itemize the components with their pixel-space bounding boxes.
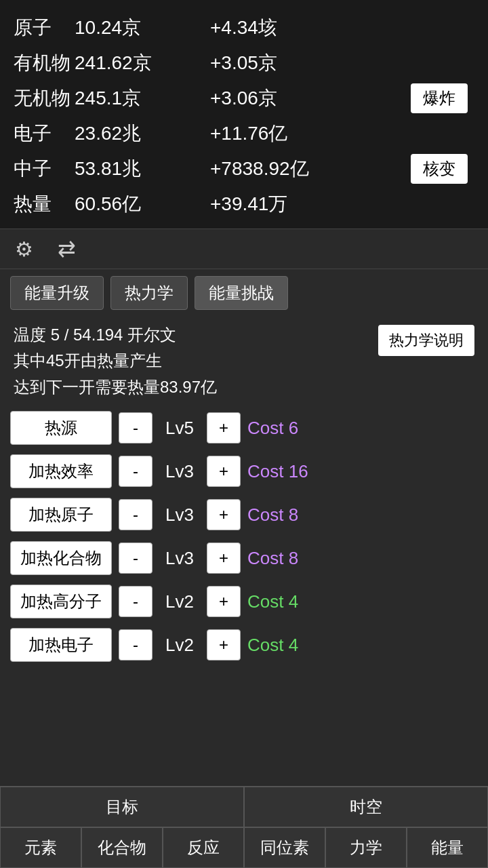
bottom-nav-button-时空[interactable]: 时空 — [244, 787, 488, 827]
upgrade-name-button[interactable]: 加热化合物 — [10, 541, 112, 575]
bottom-nav-button-目标[interactable]: 目标 — [0, 787, 244, 827]
upgrade-plus-button[interactable]: + — [207, 456, 241, 487]
upgrade-level: Lv3 — [159, 505, 200, 526]
stat-rate: +39.41万 — [210, 191, 346, 217]
upgrade-name-button[interactable]: 加热原子 — [10, 498, 112, 532]
upgrade-row-5: 加热电子-Lv2+Cost 4 — [10, 627, 478, 663]
upgrade-cost: Cost 8 — [247, 505, 342, 526]
stat-value: 60.56亿 — [75, 191, 210, 217]
toolbar: ⚙ ⇄ — [0, 229, 488, 269]
upgrade-minus-button[interactable]: - — [119, 542, 152, 574]
stat-name: 电子 — [14, 121, 75, 146]
info-line1: 温度 5 / 54.194 开尔文 — [14, 322, 217, 348]
upgrade-row-1: 加热效率-Lv3+Cost 16 — [10, 453, 478, 490]
stat-value: 53.81兆 — [75, 156, 210, 182]
stat-name: 热量 — [14, 191, 75, 217]
shuffle-icon[interactable]: ⇄ — [58, 236, 76, 262]
bottom-nav-row2: 元素化合物反应同位素力学能量 — [0, 827, 488, 868]
stat-rate: +7838.92亿 — [210, 156, 346, 182]
stat-row: 中子53.81兆+7838.92亿核变 — [14, 151, 474, 186]
bottom-nav-button-同位素[interactable]: 同位素 — [244, 827, 325, 868]
stat-name: 原子 — [14, 15, 75, 41]
stat-row: 热量60.56亿+39.41万 — [14, 186, 474, 222]
stat-rate: +3.05京 — [210, 50, 346, 76]
upgrade-cost: Cost 6 — [247, 418, 342, 439]
bottom-nav: 目标时空 元素化合物反应同位素力学能量 — [0, 786, 488, 868]
stat-name: 有机物 — [14, 50, 75, 76]
explain-button[interactable]: 热力学说明 — [378, 325, 474, 356]
stat-action-button[interactable]: 核变 — [411, 154, 468, 184]
tab-button-0[interactable]: 能量升级 — [10, 276, 104, 310]
bottom-nav-button-反应[interactable]: 反应 — [163, 827, 244, 868]
upgrade-name-button[interactable]: 加热效率 — [10, 454, 112, 488]
upgrade-level: Lv5 — [159, 418, 200, 439]
upgrade-plus-button[interactable]: + — [207, 629, 241, 660]
upgrade-name-button[interactable]: 加热高分子 — [10, 585, 112, 618]
stat-action-button[interactable]: 爆炸 — [411, 83, 468, 113]
info-line3: 达到下一开需要热量83.97亿 — [14, 374, 217, 400]
upgrade-minus-button[interactable]: - — [119, 629, 152, 660]
stat-rate: +11.76亿 — [210, 121, 346, 146]
upgrades-area: 热源-Lv5+Cost 6加热效率-Lv3+Cost 16加热原子-Lv3+Co… — [0, 406, 488, 667]
stat-name: 无机物 — [14, 85, 75, 111]
upgrade-plus-button[interactable]: + — [207, 542, 241, 574]
stat-value: 241.62京 — [75, 50, 210, 76]
upgrade-level: Lv3 — [159, 548, 200, 569]
upgrade-cost: Cost 16 — [247, 461, 342, 482]
stat-rate: +3.06京 — [210, 85, 346, 111]
info-area: 温度 5 / 54.194 开尔文 其中45开由热量产生 达到下一开需要热量83… — [0, 317, 488, 406]
stat-row: 有机物241.62京+3.05京 — [14, 45, 474, 81]
info-line2: 其中45开由热量产生 — [14, 348, 217, 374]
stat-value: 245.1京 — [75, 85, 210, 111]
upgrade-row-3: 加热化合物-Lv3+Cost 8 — [10, 540, 478, 576]
upgrade-minus-button[interactable]: - — [119, 499, 152, 530]
tab-button-2[interactable]: 能量挑战 — [195, 276, 288, 310]
stats-area: 原子10.24京+4.34垓有机物241.62京+3.05京无机物245.1京+… — [0, 0, 488, 229]
bottom-nav-button-化合物[interactable]: 化合物 — [81, 827, 163, 868]
upgrade-minus-button[interactable]: - — [119, 412, 152, 443]
upgrade-plus-button[interactable]: + — [207, 499, 241, 530]
bottom-nav-button-能量[interactable]: 能量 — [407, 827, 488, 868]
tabs-row: 能量升级热力学能量挑战 — [0, 269, 488, 317]
upgrade-name-button[interactable]: 热源 — [10, 411, 112, 445]
stat-value: 23.62兆 — [75, 121, 210, 146]
stat-value: 10.24京 — [75, 15, 210, 41]
upgrade-cost: Cost 4 — [247, 635, 342, 656]
stat-rate: +4.34垓 — [210, 15, 346, 41]
upgrade-minus-button[interactable]: - — [119, 456, 152, 487]
stat-row: 原子10.24京+4.34垓 — [14, 10, 474, 45]
stat-row: 电子23.62兆+11.76亿 — [14, 116, 474, 151]
upgrade-level: Lv3 — [159, 461, 200, 482]
bottom-nav-button-力学[interactable]: 力学 — [325, 827, 407, 868]
bottom-nav-row1: 目标时空 — [0, 787, 488, 827]
upgrade-plus-button[interactable]: + — [207, 412, 241, 443]
stat-row: 无机物245.1京+3.06京爆炸 — [14, 81, 474, 116]
bottom-nav-button-元素[interactable]: 元素 — [0, 827, 81, 868]
info-text: 温度 5 / 54.194 开尔文 其中45开由热量产生 达到下一开需要热量83… — [14, 322, 217, 400]
upgrade-plus-button[interactable]: + — [207, 586, 241, 617]
upgrade-cost: Cost 8 — [247, 548, 342, 569]
upgrade-level: Lv2 — [159, 635, 200, 656]
upgrade-minus-button[interactable]: - — [119, 586, 152, 617]
gear-icon[interactable]: ⚙ — [10, 235, 37, 262]
upgrade-cost: Cost 4 — [247, 591, 342, 612]
upgrade-row-2: 加热原子-Lv3+Cost 8 — [10, 496, 478, 533]
upgrade-level: Lv2 — [159, 591, 200, 612]
upgrade-row-4: 加热高分子-Lv2+Cost 4 — [10, 583, 478, 620]
tab-button-1[interactable]: 热力学 — [110, 276, 188, 310]
upgrade-name-button[interactable]: 加热电子 — [10, 628, 112, 662]
upgrade-row-0: 热源-Lv5+Cost 6 — [10, 410, 478, 446]
stat-name: 中子 — [14, 156, 75, 182]
